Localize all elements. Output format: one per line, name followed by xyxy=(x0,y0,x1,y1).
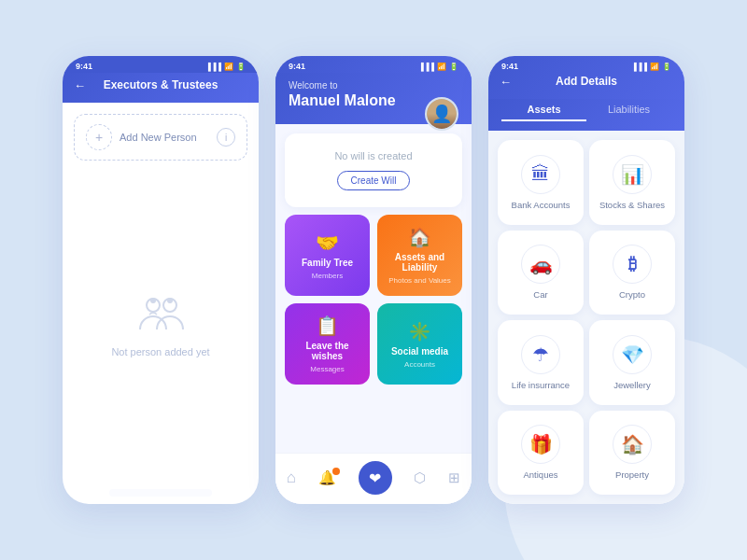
avatar: 👤 xyxy=(425,97,458,131)
add-person-label: Add New Person xyxy=(120,132,197,143)
antiques-icon: 🎁 xyxy=(529,433,553,455)
crypto-icon: ₿ xyxy=(628,255,637,274)
tab-liabilities[interactable]: Liabilities xyxy=(586,99,671,121)
status-time-3: 9:41 xyxy=(501,62,518,71)
phone-add-details: 9:41 ▐▐▐ 📶 🔋 ← Add Details Assets Liabil… xyxy=(488,56,684,504)
executors-header: ← Executors & Trustees xyxy=(63,73,259,103)
wifi-icon-2: 📶 xyxy=(437,63,446,71)
property-label: Property xyxy=(615,469,649,480)
nav-share[interactable]: ⬡ xyxy=(414,469,426,486)
share-nav-icon: ⬡ xyxy=(414,469,426,486)
family-icon: 🤝 xyxy=(316,231,339,254)
wishes-title: Leave the wishes xyxy=(292,341,362,361)
battery-icon: 🔋 xyxy=(236,63,246,71)
nav-bell[interactable]: 🔔 xyxy=(318,469,336,486)
people-icon xyxy=(133,292,189,339)
phone-executors: 9:41 ▐▐▐ 📶 🔋 ← Executors & Trustees + Ad… xyxy=(63,56,259,504)
svg-point-3 xyxy=(167,298,173,303)
stocks-icon: 📊 xyxy=(621,163,644,186)
crypto-icon-circle: ₿ xyxy=(613,245,652,284)
asset-bank-accounts[interactable]: 🏛 Bank Accounts xyxy=(498,140,584,225)
nav-home[interactable]: ⌂ xyxy=(287,469,296,487)
nav-grid[interactable]: ⊞ xyxy=(448,469,460,486)
car-icon: 🚗 xyxy=(529,253,553,275)
antiques-label: Antiques xyxy=(524,469,558,480)
notification-badge xyxy=(332,468,340,475)
grid-cards: 🤝 Family Tree Members 🏠 Assets and Liabi… xyxy=(275,215,472,385)
status-icons-2: ▐▐▐ 📶 🔋 xyxy=(418,63,458,71)
assets-title: Assets and Liability xyxy=(385,252,455,273)
status-bar-2: 9:41 ▐▐▐ 📶 🔋 xyxy=(275,56,472,73)
wishes-sub: Messages xyxy=(310,365,344,373)
car-icon-circle: 🚗 xyxy=(521,245,560,284)
avatar-face: 👤 xyxy=(427,99,457,129)
life-label: Life insurrance xyxy=(512,380,570,390)
bottom-nav: ⌂ 🔔 ❤ ⬡ ⊞ xyxy=(275,453,472,504)
bank-label: Bank Accounts xyxy=(512,200,571,210)
tabs-row: Assets Liabilities xyxy=(488,99,684,131)
car-label: Car xyxy=(533,289,547,300)
assets-grid: 🏛 Bank Accounts 📊 Stocks & Shares 🚗 Car … xyxy=(488,131,684,504)
phone-home: 9:41 ▐▐▐ 📶 🔋 Welcome to Manuel Malone 👤 … xyxy=(275,56,472,504)
asset-antiques[interactable]: 🎁 Antiques xyxy=(498,411,584,496)
heart-nav-icon: ❤ xyxy=(369,469,381,487)
social-card[interactable]: ✳️ Social media Accounts xyxy=(377,303,462,385)
family-title: Family Tree xyxy=(302,258,353,268)
tab-assets[interactable]: Assets xyxy=(501,99,586,121)
asset-crypto[interactable]: ₿ Crypto xyxy=(589,231,675,315)
asset-car[interactable]: 🚗 Car xyxy=(498,231,584,315)
empty-state: Not person added yet xyxy=(63,168,259,482)
add-details-title: Add Details xyxy=(556,75,617,88)
signal-icon-2: ▐▐▐ xyxy=(418,63,434,71)
antiques-icon-circle: 🎁 xyxy=(521,425,560,464)
wifi-icon-3: 📶 xyxy=(650,63,659,71)
assets-body: 🏛 Bank Accounts 📊 Stocks & Shares 🚗 Car … xyxy=(488,131,684,504)
jewellery-label: Jewellery xyxy=(613,380,651,390)
life-icon: ☂ xyxy=(532,343,549,366)
plus-icon: + xyxy=(95,130,103,145)
back-button-1[interactable]: ← xyxy=(74,78,86,92)
status-bar-3: 9:41 ▐▐▐ 📶 🔋 xyxy=(488,56,684,73)
svg-point-2 xyxy=(150,298,156,303)
asset-stocks[interactable]: 📊 Stocks & Shares xyxy=(589,140,675,225)
info-icon[interactable]: i xyxy=(217,128,235,147)
jewellery-icon: 💎 xyxy=(621,343,644,366)
jewellery-icon-circle: 💎 xyxy=(613,335,652,374)
battery-icon-2: 🔋 xyxy=(449,63,458,71)
bank-icon: 🏛 xyxy=(531,163,550,185)
family-sub: Members xyxy=(312,272,343,280)
asset-jewellery[interactable]: 💎 Jewellery xyxy=(589,320,675,405)
life-icon-circle: ☂ xyxy=(521,335,560,374)
social-icon: ✳️ xyxy=(408,320,431,343)
add-circle-icon: + xyxy=(86,124,112,150)
wifi-icon: 📶 xyxy=(224,63,233,71)
family-tree-card[interactable]: 🤝 Family Tree Members xyxy=(285,215,370,296)
signal-icon-3: ▐▐▐ xyxy=(631,63,647,71)
add-person-card[interactable]: + Add New Person i xyxy=(74,114,247,161)
stocks-label: Stocks & Shares xyxy=(599,200,665,210)
executors-title: Executors & Trustees xyxy=(104,78,218,91)
home-nav-icon: ⌂ xyxy=(287,469,296,487)
crypto-label: Crypto xyxy=(619,289,645,300)
social-sub: Accounts xyxy=(404,360,435,369)
create-will-button[interactable]: Create Will xyxy=(337,171,411,190)
nav-heart[interactable]: ❤ xyxy=(359,461,392,495)
status-icons-1: ▐▐▐ 📶 🔋 xyxy=(205,63,246,71)
assets-icon: 🏠 xyxy=(408,226,431,248)
wishes-icon: 📋 xyxy=(316,315,339,337)
wishes-card[interactable]: 📋 Leave the wishes Messages xyxy=(285,303,370,385)
assets-sub: Photos and Values xyxy=(388,276,451,285)
asset-property[interactable]: 🏠 Property xyxy=(589,411,675,496)
assets-card[interactable]: 🏠 Assets and Liability Photos and Values xyxy=(377,215,462,296)
status-bar-1: 9:41 ▐▐▐ 📶 🔋 xyxy=(63,56,259,73)
welcome-to: Welcome to xyxy=(289,80,458,91)
property-icon-circle: 🏠 xyxy=(613,425,652,464)
will-card: No will is created Create Will xyxy=(285,133,462,207)
status-time-1: 9:41 xyxy=(76,62,92,71)
status-icons-3: ▐▐▐ 📶 🔋 xyxy=(631,63,671,71)
back-button-3[interactable]: ← xyxy=(500,75,512,89)
asset-life-insurance[interactable]: ☂ Life insurrance xyxy=(498,320,584,405)
add-person-left: + Add New Person xyxy=(86,124,197,150)
stocks-icon-circle: 📊 xyxy=(613,155,652,194)
add-details-header: ← Add Details xyxy=(488,73,684,99)
